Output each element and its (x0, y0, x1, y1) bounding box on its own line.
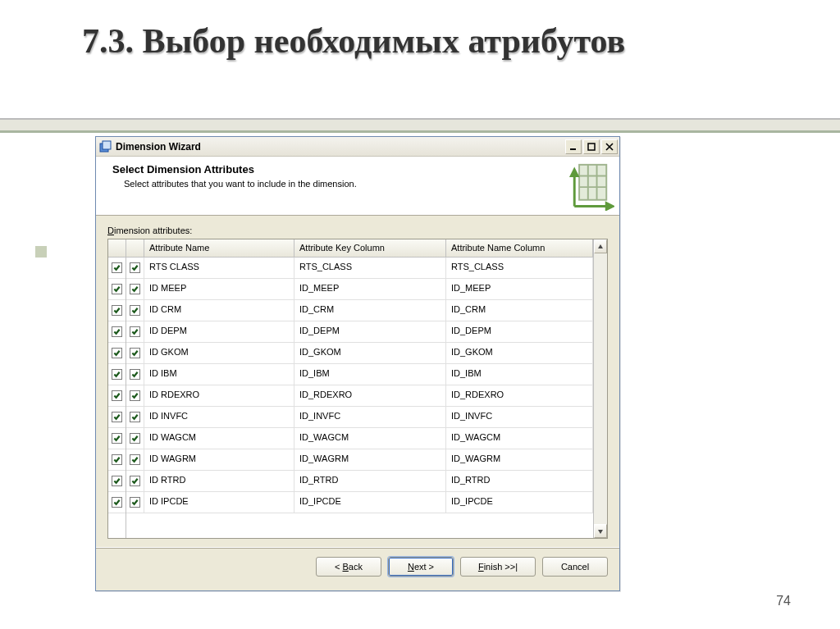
row-include-checkbox[interactable] (108, 258, 126, 279)
attribute-name-cell[interactable]: ID INVFC (144, 407, 294, 427)
row-include-checkbox[interactable] (108, 428, 126, 449)
attribute-name-column-cell[interactable]: ID_DEPM (446, 321, 593, 342)
row-checkbox[interactable] (126, 364, 144, 385)
svg-rect-2 (570, 148, 576, 150)
cancel-button[interactable]: Cancel (542, 557, 608, 577)
attribute-name-cell[interactable]: ID RTRD (144, 471, 294, 491)
table-row[interactable]: ID IPCDEID_IPCDEID_IPCDE (126, 492, 593, 513)
dimension-attributes-label: Dimension attributes: (107, 226, 608, 235)
grid-vertical-scrollbar[interactable] (593, 239, 607, 538)
table-row[interactable]: ID RDEXROID_RDEXROID_RDEXRO (126, 385, 593, 407)
attribute-key-cell[interactable]: ID_IPCDE (294, 492, 446, 513)
table-row[interactable]: ID WAGCMID_WAGCMID_WAGCM (126, 428, 593, 449)
table-row[interactable]: ID MEEPID_MEEPID_MEEP (126, 279, 593, 300)
attribute-name-column-cell[interactable]: ID_RDEXRO (446, 385, 593, 406)
attribute-name-cell[interactable]: ID WAGCM (144, 428, 294, 449)
slide-side-marker (35, 246, 47, 258)
column-header-name[interactable]: Attribute Name (144, 239, 294, 258)
svg-rect-3 (588, 144, 595, 150)
attribute-name-cell[interactable]: ID RDEXRO (144, 385, 294, 406)
row-checkbox[interactable] (126, 321, 144, 342)
close-button[interactable] (601, 139, 618, 154)
attribute-name-column-cell[interactable]: ID_WAGRM (446, 449, 593, 470)
attribute-name-cell[interactable]: ID GKOM (144, 343, 294, 363)
finish-button[interactable]: Finish >>| (460, 557, 536, 577)
back-button[interactable]: < Back (316, 557, 381, 577)
attribute-name-column-cell[interactable]: ID_IBM (446, 364, 593, 385)
grid-corner-cell[interactable] (108, 239, 126, 258)
attribute-key-cell[interactable]: ID_GKOM (294, 343, 446, 363)
dimension-graphic-icon (550, 160, 614, 211)
attribute-name-cell[interactable]: ID MEEP (144, 279, 294, 299)
grid-checkbox-header[interactable] (126, 239, 144, 258)
attribute-key-cell[interactable]: ID_WAGCM (294, 428, 446, 449)
attribute-key-cell[interactable]: ID_WAGRM (294, 449, 446, 470)
row-include-checkbox[interactable] (108, 364, 126, 385)
attribute-key-cell[interactable]: ID_IBM (294, 364, 446, 385)
row-include-checkbox[interactable] (108, 300, 126, 321)
column-header-name-column[interactable]: Attribute Name Column (446, 239, 593, 258)
table-row[interactable]: ID IBMID_IBMID_IBM (126, 364, 593, 385)
attribute-name-column-cell[interactable]: ID_IPCDE (446, 492, 593, 513)
table-row[interactable]: ID DEPMID_DEPMID_DEPM (126, 321, 593, 343)
attribute-name-cell[interactable]: ID CRM (144, 300, 294, 321)
attribute-name-cell[interactable]: ID IPCDE (144, 492, 294, 513)
attribute-name-cell[interactable]: ID IBM (144, 364, 294, 385)
attribute-name-cell[interactable]: ID WAGRM (144, 449, 294, 470)
svg-marker-10 (571, 170, 578, 176)
slide-page-number: 74 (776, 594, 791, 608)
attribute-name-column-cell[interactable]: ID_RTRD (446, 471, 593, 491)
table-row[interactable]: ID INVFCID_INVFCID_INVFC (126, 407, 593, 428)
row-checkbox[interactable] (126, 300, 144, 321)
attribute-key-cell[interactable]: ID_RTRD (294, 471, 446, 491)
dialog-titlebar[interactable]: Dimension Wizard (96, 137, 619, 157)
table-row[interactable]: ID GKOMID_GKOMID_GKOM (126, 343, 593, 364)
attribute-key-cell[interactable]: ID_INVFC (294, 407, 446, 427)
attribute-name-column-cell[interactable]: ID_INVFC (446, 407, 593, 427)
attribute-name-cell[interactable]: ID DEPM (144, 321, 294, 342)
row-include-checkbox[interactable] (108, 343, 126, 364)
table-row[interactable]: RTS CLASSRTS_CLASSRTS_CLASS (126, 258, 593, 279)
attribute-name-column-cell[interactable]: ID_WAGCM (446, 428, 593, 449)
table-row[interactable]: ID CRMID_CRMID_CRM (126, 300, 593, 321)
row-checkbox[interactable] (126, 385, 144, 406)
attribute-key-cell[interactable]: ID_DEPM (294, 321, 446, 342)
row-include-checkbox[interactable] (108, 279, 126, 300)
row-include-checkbox[interactable] (108, 492, 126, 513)
slide-divider (0, 118, 840, 133)
row-checkbox[interactable] (126, 258, 144, 278)
row-checkbox[interactable] (126, 343, 144, 363)
row-checkbox[interactable] (126, 428, 144, 449)
column-header-key[interactable]: Attribute Key Column (294, 239, 446, 258)
row-include-checkbox[interactable] (108, 321, 126, 343)
attribute-name-column-cell[interactable]: ID_GKOM (446, 343, 593, 363)
attribute-key-cell[interactable]: ID_CRM (294, 300, 446, 321)
next-button[interactable]: Next > (388, 557, 454, 577)
maximize-button[interactable] (583, 139, 600, 154)
row-checkbox[interactable] (126, 449, 144, 470)
attribute-key-cell[interactable]: RTS_CLASS (294, 258, 446, 278)
attribute-key-cell[interactable]: ID_MEEP (294, 279, 446, 299)
slide-title: 7.3. Выбор необходимых атрибутов (82, 21, 625, 62)
attribute-name-column-cell[interactable]: RTS_CLASS (446, 258, 593, 278)
row-checkbox[interactable] (126, 279, 144, 299)
table-row[interactable]: ID WAGRMID_WAGRMID_WAGRM (126, 449, 593, 471)
attribute-name-column-cell[interactable]: ID_MEEP (446, 279, 593, 299)
row-checkbox[interactable] (126, 471, 144, 491)
attribute-name-column-cell[interactable]: ID_CRM (446, 300, 593, 321)
row-checkbox[interactable] (126, 492, 144, 513)
scroll-up-button[interactable] (594, 239, 607, 253)
table-row[interactable]: ID RTRDID_RTRDID_RTRD (126, 471, 593, 492)
minimize-button[interactable] (565, 139, 582, 154)
row-include-checkbox[interactable] (108, 471, 126, 492)
row-checkbox[interactable] (126, 407, 144, 427)
row-include-checkbox[interactable] (108, 449, 126, 471)
row-include-checkbox[interactable] (108, 385, 126, 407)
svg-marker-14 (598, 530, 603, 534)
attribute-name-cell[interactable]: RTS CLASS (144, 258, 294, 278)
scroll-track[interactable] (594, 253, 607, 524)
row-include-checkbox[interactable] (108, 407, 126, 428)
scroll-down-button[interactable] (594, 524, 607, 538)
attribute-key-cell[interactable]: ID_RDEXRO (294, 385, 446, 406)
dimension-wizard-dialog: Dimension Wizard Select Dimension Attrib… (95, 136, 620, 591)
